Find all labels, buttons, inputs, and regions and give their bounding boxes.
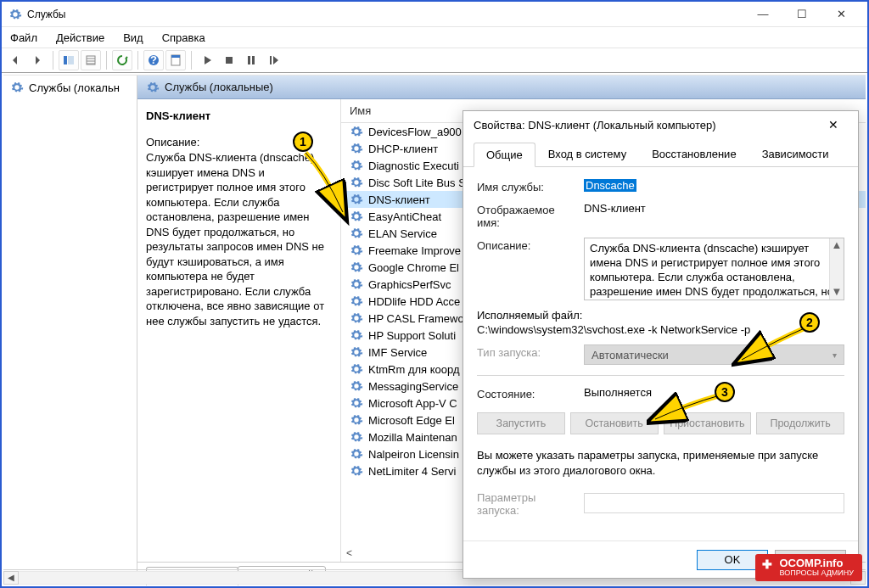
start-button[interactable]: Запустить xyxy=(477,412,565,434)
export-list-button[interactable] xyxy=(81,50,101,70)
dialog-close-button[interactable]: ✕ xyxy=(819,113,848,137)
service-name-label: EasyAntiCheat xyxy=(368,210,441,223)
scroll-left-indicator[interactable]: < xyxy=(346,547,352,559)
forward-button[interactable] xyxy=(27,50,48,70)
svg-rect-0 xyxy=(64,56,67,64)
service-name-label: IMF Service xyxy=(368,346,427,359)
watermark: OCOMP.info ВОПРОСЫ АДМИНУ xyxy=(755,554,862,581)
content-header-label: Службы (локальные) xyxy=(165,81,273,93)
app-icon xyxy=(8,8,22,21)
menu-view[interactable]: Вид xyxy=(120,30,147,46)
nav-tree: Службы (локальн xyxy=(3,76,137,585)
service-name-label: Google Chrome El xyxy=(368,261,459,274)
svg-rect-9 xyxy=(252,56,255,64)
stop-service-button[interactable] xyxy=(219,50,239,70)
gear-icon xyxy=(350,328,363,342)
service-name-label: Freemake Improve xyxy=(368,244,461,257)
svg-rect-7 xyxy=(226,57,233,64)
gear-icon xyxy=(350,294,363,308)
dialog-body: Имя службы: Dnscache Отображаемое имя: D… xyxy=(463,167,858,540)
service-name-label: Microsoft App-V C xyxy=(368,397,457,410)
nav-item-label: Службы (локальн xyxy=(29,81,120,94)
close-button[interactable]: ✕ xyxy=(821,2,861,27)
svg-rect-1 xyxy=(68,56,74,64)
label-startup-type: Тип запуска: xyxy=(477,344,575,359)
svg-rect-6 xyxy=(171,55,180,58)
gear-icon xyxy=(350,379,363,393)
pause-service-button[interactable] xyxy=(241,50,261,70)
label-display-name: Отображаемое имя: xyxy=(477,202,575,229)
properties-dialog: Свойства: DNS-клиент (Локальный компьюте… xyxy=(463,110,859,579)
refresh-button[interactable] xyxy=(112,50,132,70)
start-params-input[interactable] xyxy=(584,493,844,513)
menu-help[interactable]: Справка xyxy=(159,30,209,46)
tab-recovery[interactable]: Восстановление xyxy=(639,142,748,166)
startup-hint: Вы можете указать параметры запуска, при… xyxy=(477,448,844,478)
service-name-label: Disc Soft Lite Bus S xyxy=(368,176,466,189)
callout-1: 1 xyxy=(293,132,313,152)
properties-button[interactable] xyxy=(165,50,186,70)
gear-icon xyxy=(350,244,363,257)
label-description: Описание: xyxy=(477,238,575,252)
back-button[interactable] xyxy=(5,50,25,70)
gear-icon xyxy=(350,159,363,172)
maximize-button[interactable]: ☐ xyxy=(782,2,821,27)
show-hide-tree-button[interactable] xyxy=(59,50,79,70)
service-name-label: Microsoft Edge El xyxy=(368,414,455,427)
stop-button[interactable]: Остановить xyxy=(570,412,659,434)
value-service-name[interactable]: Dnscache xyxy=(584,179,636,192)
callout-2: 2 xyxy=(799,312,820,333)
help-button[interactable]: ? xyxy=(143,50,164,70)
gear-icon xyxy=(350,362,363,376)
service-name-label: KtmRm для коорд xyxy=(368,363,460,376)
description-textbox[interactable]: Служба DNS-клиента (dnscache) кэширует и… xyxy=(584,238,844,300)
start-service-button[interactable] xyxy=(197,50,217,70)
menu-action[interactable]: Действие xyxy=(53,30,108,46)
startup-type-select[interactable]: Автоматически xyxy=(584,344,844,365)
gear-icon xyxy=(350,430,363,444)
menu-file[interactable]: Файл xyxy=(7,30,41,46)
gear-icon xyxy=(350,176,363,189)
scroll-left-button[interactable]: ◀ xyxy=(3,571,19,585)
gear-icon xyxy=(350,447,363,461)
pause-button[interactable]: Приостановить xyxy=(664,412,752,434)
selected-service-name: DNS-клиент xyxy=(146,109,332,122)
dialog-titlebar: Свойства: DNS-клиент (Локальный компьюте… xyxy=(463,111,858,138)
gear-icon xyxy=(350,345,363,359)
tab-dependencies[interactable]: Зависимости xyxy=(749,142,842,166)
description-pane: DNS-клиент Описание: Служба DNS-клиента … xyxy=(137,99,341,562)
gear-icon xyxy=(350,142,363,155)
separator xyxy=(477,375,844,376)
label-service-name: Имя службы: xyxy=(477,179,575,193)
service-name-label: HP CASL Framewo xyxy=(368,312,464,325)
gear-icon xyxy=(350,210,363,223)
svg-rect-8 xyxy=(248,56,250,64)
resume-button[interactable]: Продолжить xyxy=(756,412,844,434)
toolbar: ? xyxy=(2,48,867,73)
description-scrollbar[interactable]: ▲▼ xyxy=(829,238,844,300)
tab-general[interactable]: Общие xyxy=(474,143,535,167)
window-title: Службы xyxy=(27,8,743,20)
gear-icon xyxy=(350,413,363,427)
svg-rect-10 xyxy=(270,56,272,64)
svg-text:?: ? xyxy=(150,53,157,66)
nav-item-services[interactable]: Службы (локальн xyxy=(3,79,137,96)
minimize-button[interactable]: — xyxy=(743,2,782,27)
gear-icon xyxy=(350,125,363,138)
service-name-label: HP Support Soluti xyxy=(368,329,456,342)
label-start-params: Параметры запуска: xyxy=(477,490,575,517)
dialog-tabs: Общие Вход в систему Восстановление Зави… xyxy=(463,142,858,167)
watermark-sub: ВОПРОСЫ АДМИНУ xyxy=(779,569,854,578)
gear-icon xyxy=(350,396,363,410)
tab-logon[interactable]: Вход в систему xyxy=(535,142,639,166)
value-display-name: DNS-клиент xyxy=(584,202,844,215)
restart-service-button[interactable] xyxy=(263,50,283,70)
service-name-label: ELAN Service xyxy=(368,227,437,240)
callout-3: 3 xyxy=(715,382,735,402)
service-name-label: NetLimiter 4 Servi xyxy=(368,465,456,478)
value-executable[interactable]: C:\windows\system32\svchost.exe -k Netwo… xyxy=(477,322,844,336)
service-name-label: Nalpeiron Licensin xyxy=(368,448,459,461)
gear-icon xyxy=(350,260,363,274)
gear-icon xyxy=(350,464,363,478)
gear-icon xyxy=(146,81,160,94)
